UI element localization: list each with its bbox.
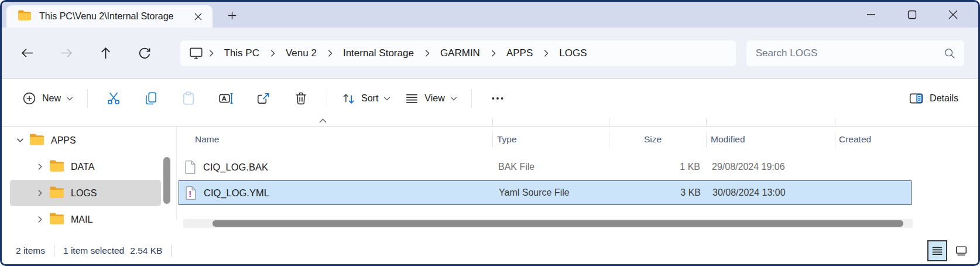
file-size: 3 KB bbox=[584, 181, 701, 204]
column-divider[interactable] bbox=[609, 118, 609, 126]
column-header-created[interactable]: Created bbox=[839, 127, 871, 152]
chevron-right-icon[interactable] bbox=[30, 163, 50, 170]
sidebar-item-label: MAIL bbox=[71, 214, 92, 225]
details-pane-button[interactable]: Details bbox=[902, 87, 965, 110]
file-name: CIQ_LOG.BAK bbox=[203, 155, 268, 179]
sidebar-item-data[interactable]: DATA bbox=[10, 154, 161, 180]
more-options-button[interactable] bbox=[484, 87, 511, 110]
copy-button[interactable] bbox=[138, 87, 165, 110]
sidebar-item-label: LOGS bbox=[71, 188, 97, 199]
file-type: Yaml Source File bbox=[499, 181, 570, 204]
new-button-label: New bbox=[42, 93, 61, 104]
file-list: Name Type Size Modified Created CIQ_LOG.… bbox=[177, 127, 978, 229]
column-header-type[interactable]: Type bbox=[497, 127, 517, 152]
new-tab-button[interactable] bbox=[221, 5, 243, 25]
explorer-tab[interactable]: This PC\Venu 2\Internal Storage bbox=[6, 5, 213, 28]
details-view-toggle[interactable] bbox=[927, 240, 947, 261]
sidebar-item-label: APPS bbox=[51, 135, 76, 146]
items-count: 2 items bbox=[16, 245, 45, 256]
file-row-ciq-log-yml[interactable]: ! CIQ_LOG.YML Yaml Source File 3 KB 30/0… bbox=[179, 180, 912, 205]
share-button[interactable] bbox=[250, 87, 277, 110]
cut-button[interactable] bbox=[100, 87, 127, 110]
toolbar-divider bbox=[87, 89, 88, 108]
column-divider[interactable] bbox=[835, 118, 835, 126]
this-pc-icon bbox=[189, 46, 204, 61]
file-row-ciq-log-bak[interactable]: CIQ_LOG.BAK BAK File 1 KB 29/08/2024 19:… bbox=[179, 155, 912, 179]
selection-count: 1 item selected bbox=[63, 245, 124, 256]
back-button[interactable] bbox=[16, 42, 39, 65]
file-icon bbox=[184, 155, 197, 179]
minimize-button[interactable] bbox=[864, 7, 879, 22]
thumbnail-view-toggle[interactable] bbox=[951, 240, 971, 261]
sidebar-item-apps[interactable]: APPS bbox=[10, 127, 161, 154]
column-divider[interactable] bbox=[706, 132, 707, 148]
folder-icon bbox=[50, 186, 64, 200]
breadcrumb-chevron-icon bbox=[539, 49, 553, 57]
file-size: 1 KB bbox=[583, 155, 700, 179]
sidebar-item-logs[interactable]: LOGS bbox=[10, 180, 161, 206]
selection-size: 2.54 KB bbox=[130, 245, 162, 256]
maximize-button[interactable] bbox=[904, 7, 920, 22]
horizontal-scrollbar[interactable] bbox=[183, 219, 913, 228]
file-modified: 30/08/2024 13:00 bbox=[712, 181, 786, 204]
sidebar-item-label: DATA bbox=[71, 162, 94, 172]
address-bar[interactable]: This PC Venu 2 Internal Storage GARMIN A… bbox=[180, 40, 736, 66]
view-button-label: View bbox=[424, 93, 444, 104]
close-button[interactable] bbox=[945, 7, 961, 22]
search-icon[interactable] bbox=[943, 47, 956, 62]
breadcrumb-logs[interactable]: LOGS bbox=[553, 44, 592, 63]
tab-close-icon[interactable] bbox=[189, 9, 207, 24]
folder-icon bbox=[30, 134, 44, 148]
breadcrumb-garmin[interactable]: GARMIN bbox=[434, 44, 486, 63]
breadcrumb-chevron-icon bbox=[323, 49, 337, 57]
column-divider[interactable] bbox=[609, 132, 609, 148]
sort-button[interactable]: Sort bbox=[334, 87, 398, 110]
pane-divider bbox=[176, 127, 177, 220]
window-controls bbox=[864, 7, 978, 22]
plus-circle-icon bbox=[22, 91, 37, 106]
sort-button-label: Sort bbox=[361, 93, 378, 104]
file-modified: 29/08/2024 19:06 bbox=[712, 155, 785, 179]
navigation-pane: APPS DATA LOGS bbox=[2, 127, 177, 229]
titlebar: This PC\Venu 2\Internal Storage bbox=[2, 2, 978, 28]
breadcrumb-venu-2[interactable]: Venu 2 bbox=[280, 44, 323, 63]
yaml-file-icon: ! bbox=[185, 181, 197, 204]
horizontal-scrollbar-thumb[interactable] bbox=[213, 220, 903, 227]
file-name: CIQ_LOG.YML bbox=[204, 181, 269, 204]
view-button[interactable]: View bbox=[398, 87, 464, 110]
sort-ascending-caret-icon bbox=[319, 115, 327, 125]
status-divider bbox=[171, 245, 172, 257]
refresh-button[interactable] bbox=[133, 42, 156, 65]
sidebar-scrollbar[interactable] bbox=[163, 157, 170, 204]
forward-button[interactable] bbox=[55, 42, 78, 65]
chevron-right-icon[interactable] bbox=[30, 189, 50, 197]
delete-button[interactable] bbox=[287, 87, 314, 110]
search-input[interactable] bbox=[746, 47, 964, 59]
chevron-down-icon[interactable] bbox=[10, 138, 30, 143]
column-divider[interactable] bbox=[492, 132, 493, 148]
column-header-name[interactable]: Name bbox=[195, 127, 219, 152]
column-header-modified[interactable]: Modified bbox=[711, 127, 745, 152]
file-type: BAK File bbox=[498, 155, 534, 179]
status-divider bbox=[54, 245, 54, 257]
new-button[interactable]: New bbox=[15, 87, 80, 110]
view-toggles bbox=[927, 240, 971, 261]
paste-button[interactable] bbox=[175, 87, 202, 110]
svg-text:!: ! bbox=[189, 189, 191, 198]
breadcrumb-chevron-icon bbox=[204, 49, 218, 57]
folder-icon bbox=[50, 213, 64, 227]
breadcrumb-this-pc[interactable]: This PC bbox=[218, 44, 265, 63]
main-content: APPS DATA LOGS bbox=[2, 127, 978, 229]
column-divider[interactable] bbox=[706, 118, 707, 126]
folder-icon bbox=[50, 160, 64, 174]
breadcrumb-apps[interactable]: APPS bbox=[501, 44, 539, 63]
column-divider[interactable] bbox=[835, 132, 835, 148]
up-button[interactable] bbox=[94, 42, 117, 65]
column-header-size[interactable]: Size bbox=[644, 127, 662, 152]
column-divider[interactable] bbox=[492, 118, 493, 126]
breadcrumb-internal-storage[interactable]: Internal Storage bbox=[337, 44, 420, 63]
chevron-right-icon[interactable] bbox=[30, 216, 50, 223]
file-explorer-window: This PC\Venu 2\Internal Storage bbox=[0, 0, 980, 266]
rename-button[interactable] bbox=[213, 87, 239, 110]
search-box bbox=[746, 40, 964, 66]
